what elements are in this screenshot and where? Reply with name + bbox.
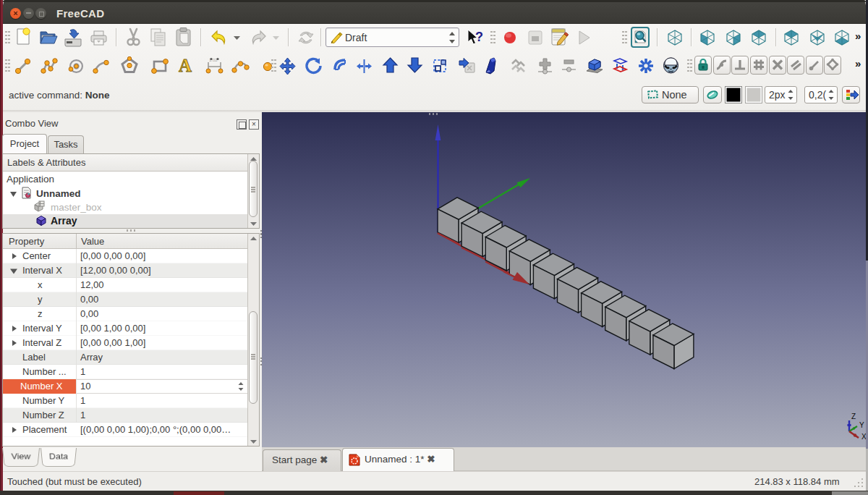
svg-text:?: ? [475,30,483,44]
svg-text:Y: Y [859,421,864,429]
svg-text:Z: Z [851,412,856,420]
svg-text:A: A [179,56,192,75]
svg-text:X: X [861,433,866,441]
